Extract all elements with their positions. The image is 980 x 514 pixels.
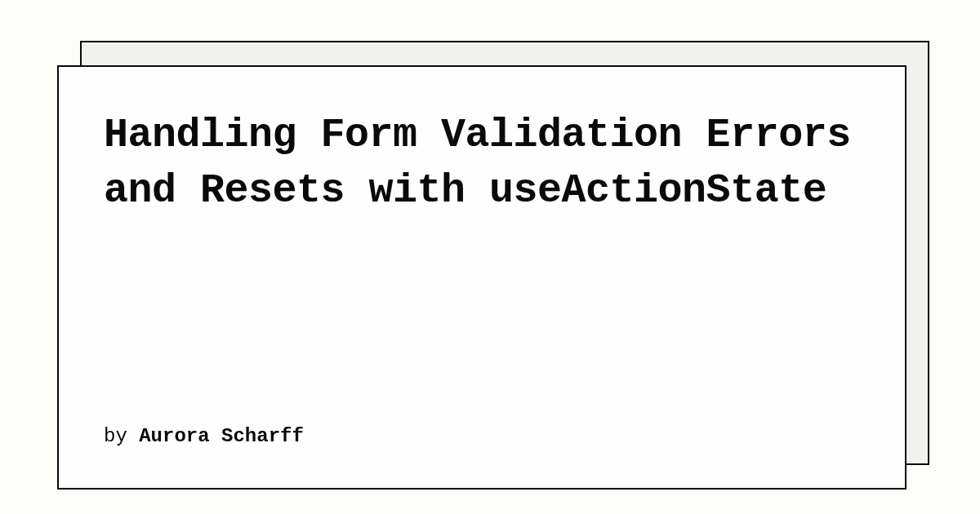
byline-prefix: by (104, 425, 139, 447)
byline: by Aurora Scharff (104, 425, 860, 447)
author-name: Aurora Scharff (139, 425, 304, 447)
title-card: Handling Form Validation Errors and Rese… (57, 65, 906, 490)
page-title: Handling Form Validation Errors and Rese… (104, 108, 860, 218)
